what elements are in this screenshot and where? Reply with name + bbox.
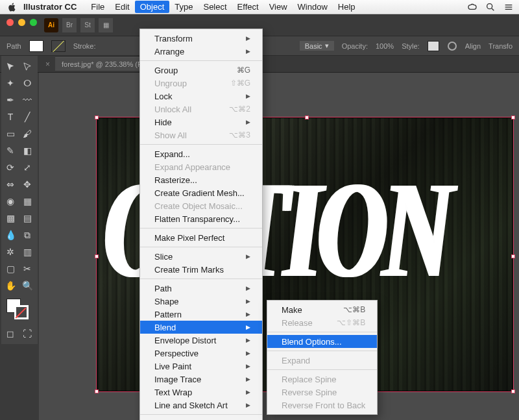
blend-tool[interactable]: ⧉ [19,227,35,243]
menuitem-blend[interactable]: Blend [140,321,262,334]
menuitem-line-and-sketch-art[interactable]: Line and Sketch Art [140,399,262,412]
menuitem-shortcut: ⌥⌘3 [229,130,250,140]
menuitem-flatten-transparency[interactable]: Flatten Transparency... [140,212,262,225]
menuitem-expand[interactable]: Expand... [140,147,262,160]
eraser-tool[interactable]: ◧ [19,143,35,158]
artboard-tool[interactable]: ▢ [3,261,18,277]
menu-effect[interactable]: Effect [232,1,264,13]
menuitem-blend-options[interactable]: Blend Options... [267,335,377,348]
type-tool[interactable]: T [3,109,18,125]
shaper-tool[interactable]: ✎ [3,143,18,158]
fill-swatch[interactable] [29,40,43,52]
menuitem-create-trim-marks[interactable]: Create Trim Marks [140,263,262,276]
menuitem-rasterize[interactable]: Rasterize... [140,173,262,186]
menuitem-label: Perspective [154,349,199,358]
screen-mode[interactable]: ⛶ [19,326,35,341]
perspective-tool[interactable]: ▦ [19,193,35,209]
stock-button[interactable]: St [80,18,95,32]
mesh-tool[interactable]: ▩ [3,210,18,226]
draw-mode-normal[interactable]: ◻ [3,326,18,341]
fill-stroke-box[interactable] [3,299,36,325]
app-name: Illustrator CC [23,2,77,12]
style-swatch[interactable] [428,41,439,51]
zoom-tool[interactable]: 🔍 [19,278,35,293]
menu-edit[interactable]: Edit [110,1,134,13]
direct-selection-tool[interactable] [19,58,35,74]
maximize-window[interactable] [30,19,37,26]
brush-preset-dropdown[interactable]: Basic ▾ [300,41,334,51]
close-doc-icon[interactable]: × [45,60,50,69]
menuitem-arrange[interactable]: Arrange [140,45,262,58]
menu-separator [140,247,262,247]
magic-wand-tool[interactable]: ✦ [3,75,18,91]
menuitem-create-gradient-mesh[interactable]: Create Gradient Mesh... [140,186,262,199]
menu-separator [267,369,377,370]
arrange-docs-button[interactable]: ▦ [99,18,113,32]
width-tool[interactable]: ⇔ [3,177,18,192]
menuitem-shape[interactable]: Shape [140,295,262,308]
menu-separator [267,332,377,332]
menuitem-image-trace[interactable]: Image Trace [140,373,262,386]
recolor-icon[interactable] [447,41,457,51]
creative-cloud-icon[interactable] [467,2,477,12]
menuitem-reverse-front-to-back: Reverse Front to Back [267,399,377,412]
lasso-tool[interactable]: ⵔ [19,75,35,91]
menuitem-perspective[interactable]: Perspective [140,347,262,360]
stroke-swatch[interactable] [51,40,66,52]
menuitem-path[interactable]: Path [140,282,262,295]
pen-tool[interactable]: ✒ [3,92,18,108]
menu-select[interactable]: Select [198,1,232,13]
menuitem-slice[interactable]: Slice [140,250,262,263]
menu-window[interactable]: Window [293,1,333,13]
menu-help[interactable]: Help [333,1,361,13]
stroke-label: Stroke: [73,42,96,50]
menuitem-make[interactable]: Make⌥⌘B [267,303,377,316]
menuitem-text-wrap[interactable]: Text Wrap [140,386,262,399]
menuitem-label: Create Object Mosaic... [154,201,243,211]
align-label[interactable]: Align [465,42,481,50]
menuitem-make-pixel-perfect[interactable]: Make Pixel Perfect [140,231,262,244]
column-graph-tool[interactable]: ▥ [19,244,35,260]
shape-builder-tool[interactable]: ◉ [3,193,18,209]
slice-tool[interactable]: ✂ [19,261,35,277]
opacity-label: Opacity: [342,42,368,50]
opacity-value[interactable]: 100% [376,42,394,50]
minimize-window[interactable] [18,19,25,26]
object-menu: TransformArrangeGroup⌘GUngroup⇧⌘GLockUnl… [139,29,263,420]
menuitem-release: Release⌥⇧⌘B [267,316,377,329]
selection-tool[interactable] [3,58,18,74]
paintbrush-tool[interactable]: 🖌 [19,126,35,142]
scale-tool[interactable]: ⤢ [19,160,35,175]
stroke-box[interactable] [14,305,29,319]
menu-type[interactable]: Type [169,1,198,13]
menuitem-label: Text Wrap [154,388,192,397]
rectangle-tool[interactable]: ▭ [3,126,18,142]
close-window[interactable] [6,19,14,26]
menuitem-label: Flatten Transparency... [154,214,240,224]
eyedropper-tool[interactable]: 💧 [3,227,18,243]
line-tool[interactable]: ╱ [19,109,35,125]
menu-object[interactable]: Object [135,1,170,13]
symbol-sprayer-tool[interactable]: ✲ [3,244,18,260]
bridge-button[interactable]: Br [62,18,77,32]
menuitem-transform[interactable]: Transform [140,32,262,45]
menuitem-lock[interactable]: Lock [140,90,262,103]
curvature-tool[interactable]: 〰 [19,92,35,108]
free-transform-tool[interactable]: ✥ [19,177,35,192]
menuitem-pattern[interactable]: Pattern [140,308,262,321]
menuitem-live-paint[interactable]: Live Paint [140,360,262,373]
menu-file[interactable]: File [86,1,110,13]
menu-separator [267,351,377,351]
menuitem-group[interactable]: Group⌘G [140,64,262,77]
menuitem-hide[interactable]: Hide [140,116,262,129]
menuitem-expand: Expand [267,354,377,367]
hand-tool[interactable]: ✋ [3,278,18,293]
menuitem-clipping-mask[interactable]: Clipping Mask [140,417,262,420]
menuitem-envelope-distort[interactable]: Envelope Distort [140,334,262,347]
transform-label[interactable]: Transfo [489,42,513,50]
menu-view[interactable]: View [264,1,293,13]
menu-extras-icon[interactable] [503,2,514,12]
search-icon[interactable] [485,2,496,12]
gradient-tool[interactable]: ▤ [19,210,35,226]
rotate-tool[interactable]: ⟳ [3,160,18,175]
